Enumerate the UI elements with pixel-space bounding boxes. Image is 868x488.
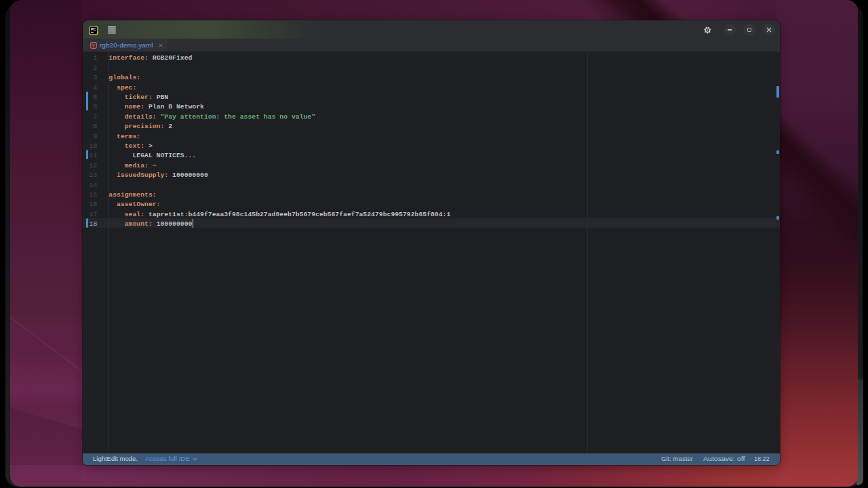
svg-text:PC: PC — [90, 27, 96, 31]
svg-text:Y: Y — [92, 43, 95, 48]
